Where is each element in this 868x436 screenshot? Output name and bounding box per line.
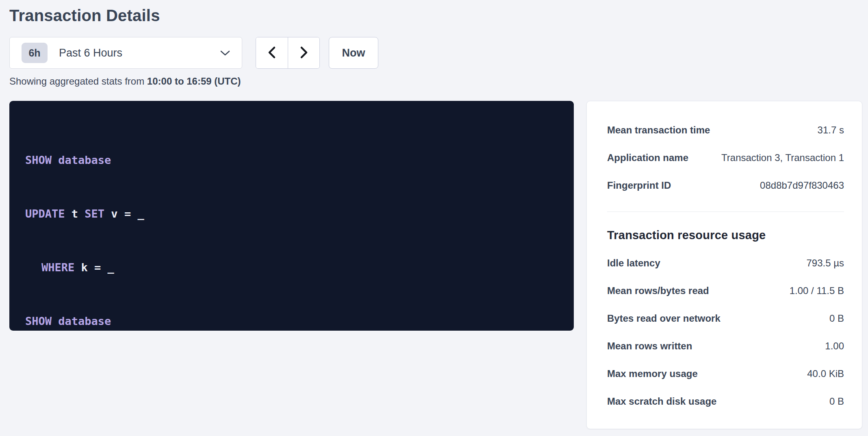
- time-controls: 6h Past 6 Hours Now: [9, 37, 868, 69]
- sql-token: UPDATE: [25, 207, 65, 220]
- summary-row-label: Fingerprint ID: [607, 180, 671, 191]
- sql-token: v = _: [104, 207, 144, 220]
- summary-row-value: 31.7 s: [818, 124, 844, 136]
- summary-card: Mean transaction time 31.7 s Application…: [586, 101, 862, 429]
- sql-line: SHOW database: [25, 312, 562, 330]
- summary-row-label: Idle latency: [607, 257, 660, 269]
- summary-row-label: Mean rows/bytes read: [607, 285, 709, 296]
- summary-row-value: 40.0 KiB: [807, 368, 844, 379]
- summary-row-label: Bytes read over network: [607, 313, 720, 324]
- sql-line: WHERE k = _: [25, 259, 562, 277]
- transaction-details-page: Transaction Details 6h Past 6 Hours Now …: [0, 0, 868, 436]
- time-range-badge: 6h: [22, 43, 48, 63]
- main-content: SHOW database UPDATE t SET v = _ WHERE k…: [9, 101, 868, 429]
- time-range-arrows: [256, 37, 320, 69]
- now-button[interactable]: Now: [329, 37, 378, 69]
- sql-token: t: [65, 207, 85, 220]
- sql-token: WHERE: [41, 261, 74, 274]
- resource-usage-heading: Transaction resource usage: [607, 227, 844, 243]
- summary-row: Max scratch disk usage 0 B: [607, 388, 844, 415]
- caption-prefix: Showing aggregated stats from: [9, 76, 147, 87]
- sql-statement-box: SHOW database UPDATE t SET v = _ WHERE k…: [9, 101, 574, 331]
- summary-row: Max memory usage 40.0 KiB: [607, 360, 844, 388]
- chevron-left-icon: [267, 46, 277, 61]
- card-divider: [607, 211, 844, 212]
- summary-row: Bytes read over network 0 B: [607, 305, 844, 332]
- time-range-dropdown[interactable]: 6h Past 6 Hours: [9, 37, 242, 69]
- summary-row-label: Max memory usage: [607, 368, 698, 379]
- chevron-right-icon: [299, 46, 309, 61]
- summary-row-value: Transaction 3, Transaction 1: [721, 152, 844, 164]
- summary-row: Mean rows/bytes read 1.00 / 11.5 B: [607, 277, 844, 305]
- prev-range-button[interactable]: [256, 37, 288, 68]
- sql-token: SET: [85, 207, 104, 220]
- summary-row-label: Mean transaction time: [607, 124, 710, 136]
- next-range-button[interactable]: [288, 37, 319, 68]
- aggregated-stats-caption: Showing aggregated stats from 10:00 to 1…: [9, 75, 868, 87]
- summary-row-value: 1.00 / 11.5 B: [790, 285, 844, 296]
- summary-row: Mean transaction time 31.7 s: [607, 116, 844, 144]
- sql-line: SHOW database: [25, 151, 562, 169]
- summary-row-value: 0 B: [829, 313, 844, 324]
- sql-line: UPDATE t SET v = _: [25, 205, 562, 223]
- summary-row-value: 0 B: [829, 396, 844, 407]
- sql-token: SHOW database: [25, 154, 111, 166]
- summary-row-label: Application name: [607, 152, 688, 164]
- summary-row-value: 793.5 µs: [806, 257, 844, 269]
- summary-row-label: Max scratch disk usage: [607, 396, 716, 407]
- summary-row-label: Mean rows written: [607, 340, 692, 352]
- summary-row: Mean rows written 1.00: [607, 332, 844, 360]
- sql-token: SHOW database: [25, 315, 111, 327]
- sql-token: k = _: [74, 261, 114, 274]
- summary-row-value: 08d8b7d97f830463: [760, 180, 844, 191]
- chevron-down-icon: [220, 50, 230, 56]
- summary-row-value: 1.00: [825, 340, 844, 352]
- caption-time-range: 10:00 to 16:59 (UTC): [147, 76, 241, 87]
- summary-row: Fingerprint ID 08d8b7d97f830463: [607, 172, 844, 199]
- time-range-selected-label: Past 6 Hours: [59, 47, 122, 59]
- summary-row: Application name Transaction 3, Transact…: [607, 144, 844, 172]
- page-title: Transaction Details: [9, 6, 868, 25]
- summary-row: Idle latency 793.5 µs: [607, 249, 844, 277]
